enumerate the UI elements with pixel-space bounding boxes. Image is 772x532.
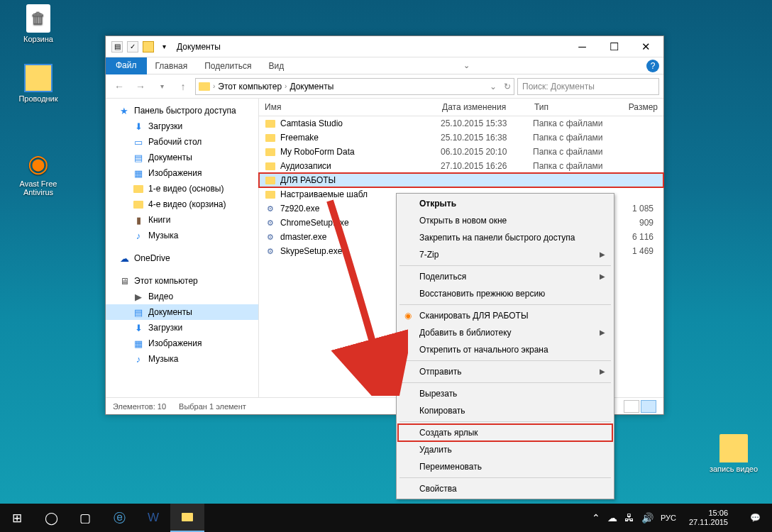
breadcrumb-pc[interactable]: Этот компьютер (218, 82, 282, 92)
tray-network-icon[interactable]: 🖧 (624, 512, 634, 523)
tab-home[interactable]: Главная (147, 58, 197, 74)
desktop-avast[interactable]: ◉ Avast Free Antivirus (11, 149, 65, 196)
nav-documents2[interactable]: ▤Документы (106, 304, 258, 320)
nav-back-button[interactable]: ← (110, 77, 128, 96)
search-input[interactable]: Поиск: Документы (517, 78, 659, 95)
ribbon-expand-icon[interactable]: ⌄ (463, 61, 470, 70)
ctx-cut[interactable]: Вырезать (398, 385, 612, 402)
ctx-unpin[interactable]: Открепить от начального экрана (398, 341, 612, 358)
view-details-button[interactable] (624, 400, 639, 413)
folder-icon (199, 82, 210, 91)
nav-documents[interactable]: ▤Документы (106, 150, 258, 165)
nav-video[interactable]: ▶Видео (106, 289, 258, 304)
file-row[interactable]: Freemake25.10.2015 16:38Папка с файлами (259, 131, 663, 145)
col-type[interactable]: Тип (529, 102, 621, 112)
column-headers[interactable]: Имя Дата изменения Тип Размер (259, 99, 663, 116)
file-row[interactable]: My RoboForm Data06.10.2015 20:10Папка с … (259, 145, 663, 159)
address-dropdown-icon[interactable]: ⌄ (490, 82, 497, 92)
minimize-button[interactable]: ─ (566, 36, 598, 57)
chevron-right-icon: ▶ (600, 250, 605, 258)
nav-music2[interactable]: ♪Музыка (106, 351, 258, 367)
ctx-restore[interactable]: Восстановить прежнюю версию (398, 285, 612, 302)
ctx-props[interactable]: Свойства (398, 480, 612, 497)
desktop-explorer[interactable]: Проводник (11, 64, 65, 103)
folder-icon (265, 189, 276, 200)
edge-button[interactable]: ⓔ (102, 504, 136, 532)
address-bar[interactable]: › Этот компьютер › Документы ⌄ ↻ (195, 78, 514, 95)
ctx-open-new[interactable]: Открыть в новом окне (398, 212, 612, 229)
word-button[interactable]: W (136, 504, 170, 532)
close-button[interactable]: ✕ (630, 36, 662, 57)
desktop-recycle-bin[interactable]: 🗑 Корзина (11, 4, 65, 43)
tab-share[interactable]: Поделиться (196, 58, 260, 74)
folder-icon (265, 174, 276, 186)
nav-books[interactable]: ▮Книги (106, 212, 258, 228)
nav-onedrive[interactable]: ☁OneDrive (106, 250, 258, 266)
nav-forward-button[interactable]: → (131, 77, 150, 96)
nav-thispc[interactable]: 🖥Этот компьютер (106, 273, 258, 289)
maximize-button[interactable]: ☐ (598, 36, 630, 57)
nav-downloads[interactable]: ⬇Загрузки (106, 118, 258, 134)
ctx-send[interactable]: Отправить▶ (398, 363, 612, 380)
folder-icon (133, 183, 144, 194)
nav-up-button[interactable]: ↑ (174, 77, 192, 96)
tray-language[interactable]: РУС (661, 514, 676, 522)
view-large-button[interactable] (641, 400, 656, 413)
nav-images2[interactable]: ▦Изображения (106, 336, 258, 351)
nav-downloads2[interactable]: ⬇Загрузки (106, 320, 258, 336)
ribbon-tabs: Файл Главная Поделиться Вид ⌄ ? (106, 57, 663, 74)
file-row[interactable]: Аудиозаписи27.10.2015 16:26Папка с файла… (259, 159, 663, 173)
qat-properties-icon[interactable]: ▤ (111, 41, 123, 52)
ctx-copy[interactable]: Копировать (398, 402, 612, 419)
search-button[interactable]: ◯ (34, 504, 68, 532)
ctx-7zip[interactable]: 7-Zip▶ (398, 246, 612, 263)
ctx-library[interactable]: Добавить в библиотеку▶ (398, 324, 612, 341)
qat-folder-icon[interactable] (143, 41, 154, 52)
ctx-shortcut[interactable]: Создать ярлык (398, 424, 612, 441)
nav-recent-button[interactable]: ▾ (153, 77, 171, 96)
ctx-scan[interactable]: ◉Сканировать ДЛЯ РАБОТЫ (398, 307, 612, 324)
nav-desktop[interactable]: ▭Рабочий стол (106, 134, 258, 150)
file-type: Папка с файлами (533, 118, 625, 128)
qat-new-icon[interactable]: ✓ (127, 41, 138, 52)
titlebar[interactable]: ▤ ✓ ▾ Документы ─ ☐ ✕ (106, 36, 663, 57)
col-size[interactable]: Размер (621, 102, 663, 112)
ctx-delete[interactable]: Удалить (398, 441, 612, 458)
window-title: Документы (177, 42, 221, 52)
explorer-taskbar-button[interactable] (170, 504, 204, 532)
breadcrumb-docs[interactable]: Документы (290, 82, 333, 92)
taskview-button[interactable]: ▢ (68, 504, 102, 532)
ctx-open[interactable]: Открыть (398, 195, 612, 212)
qat-dropdown-icon[interactable]: ▾ (158, 41, 170, 52)
refresh-button[interactable]: ↻ (504, 82, 511, 92)
ctx-pin[interactable]: Закрепить на панели быстрого доступа (398, 229, 612, 246)
cloud-icon: ☁ (118, 253, 130, 264)
tab-file[interactable]: Файл (106, 57, 147, 74)
tray-up-icon[interactable]: ⌃ (592, 512, 600, 523)
col-name[interactable]: Имя (259, 102, 436, 112)
col-date[interactable]: Дата изменения (436, 102, 529, 112)
nav-images[interactable]: ▦Изображения (106, 165, 258, 181)
taskbar[interactable]: ⊞ ◯ ▢ ⓔ W ⌃ ☁ 🖧 🔊 РУС 15:06 27.11.2015 💬 (0, 504, 772, 532)
tab-view[interactable]: Вид (260, 58, 292, 74)
nav-pane[interactable]: ★Панель быстрого доступа ⬇Загрузки ▭Рабо… (106, 99, 259, 397)
system-tray[interactable]: ⌃ ☁ 🖧 🔊 РУС 15:06 27.11.2015 💬 (592, 504, 772, 532)
nav-video4[interactable]: 4-е видео (корзина) (106, 196, 258, 212)
tray-volume-icon[interactable]: 🔊 (641, 512, 654, 523)
file-row[interactable]: Camtasia Studio25.10.2015 15:33Папка с ф… (259, 116, 663, 131)
nav-video1[interactable]: 1-е видео (основы) (106, 181, 258, 196)
tray-onedrive-icon[interactable]: ☁ (607, 512, 617, 523)
file-row[interactable]: ДЛЯ РАБОТЫ (259, 173, 663, 187)
help-button[interactable]: ? (646, 60, 659, 72)
nav-music[interactable]: ♪Музыка (106, 228, 258, 243)
desktop-folder-video[interactable]: запись видео (707, 434, 761, 473)
folder-icon (265, 146, 276, 157)
start-button[interactable]: ⊞ (0, 504, 34, 532)
nav-quick-access[interactable]: ★Панель быстрого доступа (106, 103, 258, 118)
avast-icon: ◉ (402, 310, 414, 321)
ctx-share[interactable]: Поделиться▶ (398, 268, 612, 285)
context-menu: Открыть Открыть в новом окне Закрепить н… (396, 193, 614, 499)
tray-clock[interactable]: 15:06 27.11.2015 (683, 509, 734, 527)
tray-notifications[interactable]: 💬 (741, 504, 769, 532)
ctx-rename[interactable]: Переименовать (398, 458, 612, 475)
